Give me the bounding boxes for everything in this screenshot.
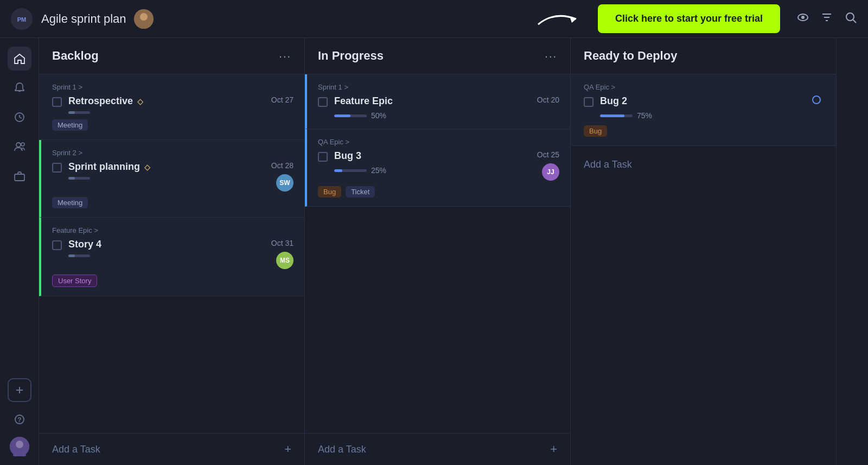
progress-bar-fill <box>68 177 75 180</box>
task-card-feature-epic: Sprint 1 > Feature Epic 50% <box>305 74 570 129</box>
svg-point-16 <box>16 143 21 147</box>
progress-bar-fill <box>334 169 342 172</box>
task-card-sprint-planning: Sprint 2 > Sprint planning ◇ <box>39 140 304 218</box>
task-card-bug3: QA Epic > Bug 3 25% <box>305 129 570 207</box>
task-row: Bug 2 75% <box>584 95 825 120</box>
task-info: Retrospective ◇ <box>68 95 265 114</box>
svg-text:?: ? <box>17 416 21 424</box>
column-body-in-progress: Sprint 1 > Feature Epic 50% <box>305 74 570 433</box>
task-title: Story 4 <box>68 239 265 250</box>
sidebar-item-users[interactable] <box>8 135 31 158</box>
task-date: Oct 25 <box>537 150 559 159</box>
task-row: Bug 3 25% Oct 25 JJ <box>318 150 559 181</box>
main-layout: ? Backlog ··· Sprint 1 > <box>0 38 868 465</box>
task-checkbox[interactable] <box>52 97 62 107</box>
progress-bar-fill <box>68 254 75 257</box>
add-task-ready-inline[interactable]: Add a Task <box>571 146 836 183</box>
tag-bug[interactable]: Bug <box>318 186 341 198</box>
task-meta: Sprint 1 > <box>52 83 293 91</box>
sidebar-user-avatar[interactable] <box>10 437 29 456</box>
topbar-icons <box>796 11 857 27</box>
task-info: Story 4 <box>68 239 265 257</box>
sidebar-item-home[interactable] <box>8 47 31 71</box>
task-checkbox[interactable] <box>52 163 62 173</box>
svg-point-26 <box>813 96 820 104</box>
tag-ticket[interactable]: Ticket <box>346 186 375 198</box>
task-card-story4: Feature Epic > Story 4 <box>39 218 304 296</box>
task-card-bug2: QA Epic > Bug 2 75% <box>571 74 836 146</box>
task-title: Feature Epic <box>334 95 531 107</box>
column-body-backlog: Sprint 1 > Retrospective ◇ <box>39 74 304 433</box>
trial-button[interactable]: Click here to start your free trial <box>598 4 780 33</box>
topbar: PM Agile sprint plan Click here to start… <box>0 0 868 38</box>
add-task-backlog[interactable]: Add a Task + <box>39 433 304 465</box>
svg-point-3 <box>140 13 148 21</box>
svg-point-17 <box>21 143 24 146</box>
tag-bug[interactable]: Bug <box>584 125 607 137</box>
mini-progress <box>68 177 265 180</box>
filter-icon[interactable] <box>820 11 833 27</box>
task-progress-row: 50% <box>334 111 531 120</box>
task-meta: Feature Epic > <box>52 226 293 234</box>
task-info: Bug 2 75% <box>600 95 806 120</box>
progress-bar-bg <box>334 114 367 117</box>
task-progress-row: 75% <box>600 111 806 120</box>
mini-progress <box>68 111 265 114</box>
sidebar-item-help[interactable]: ? <box>8 407 31 431</box>
task-title: Sprint planning ◇ <box>68 161 265 173</box>
task-info: Feature Epic 50% <box>334 95 531 120</box>
task-card-retrospective: Sprint 1 > Retrospective ◇ <box>39 74 304 140</box>
progress-text: 50% <box>371 111 386 120</box>
plus-icon: + <box>550 442 557 456</box>
sidebar-item-briefcase[interactable] <box>8 164 31 188</box>
search-icon[interactable] <box>844 11 857 27</box>
mini-progress <box>68 254 265 257</box>
tag-meeting[interactable]: Meeting <box>52 197 88 208</box>
task-meta: QA Epic > <box>318 138 559 146</box>
tag-user-story[interactable]: User Story <box>52 275 97 287</box>
pm-logo[interactable]: PM <box>11 8 33 30</box>
sidebar-item-notifications[interactable] <box>8 76 31 100</box>
tag-meeting[interactable]: Meeting <box>52 119 88 131</box>
task-checkbox[interactable] <box>318 152 328 162</box>
task-date: Oct 20 <box>537 95 559 104</box>
column-header-in-progress: In Progress ··· <box>305 38 570 74</box>
task-tags: Bug Ticket <box>318 186 559 198</box>
progress-bar-bg <box>334 169 367 172</box>
status-dot <box>812 95 821 104</box>
column-header-ready: Ready to Deploy <box>571 38 836 74</box>
task-tags: Meeting <box>52 197 293 208</box>
task-date: Oct 31 <box>271 239 293 247</box>
sidebar-item-clock[interactable] <box>8 105 31 129</box>
column-title-backlog: Backlog <box>52 49 99 63</box>
task-tags: Meeting <box>52 119 293 131</box>
sidebar-item-add[interactable] <box>8 378 31 402</box>
task-meta: QA Epic > <box>584 83 825 91</box>
task-row: Feature Epic 50% Oct 20 <box>318 95 559 120</box>
svg-point-11 <box>846 13 854 21</box>
plus-icon: + <box>284 442 291 456</box>
task-checkbox[interactable] <box>318 97 328 107</box>
task-date: Oct 27 <box>271 95 293 104</box>
diamond-icon: ◇ <box>144 163 150 171</box>
add-task-in-progress[interactable]: Add a Task + <box>305 433 570 465</box>
task-avatar-jj: JJ <box>542 163 559 181</box>
column-body-ready: QA Epic > Bug 2 75% <box>571 74 836 465</box>
user-avatar[interactable] <box>134 9 154 29</box>
column-more-in-progress[interactable]: ··· <box>545 50 557 62</box>
task-checkbox[interactable] <box>52 240 62 250</box>
progress-text: 25% <box>371 166 386 175</box>
svg-point-7 <box>801 16 805 19</box>
progress-bar-bg <box>68 111 90 114</box>
progress-bar-fill <box>334 114 350 117</box>
column-title-in-progress: In Progress <box>318 49 384 63</box>
column-more-backlog[interactable]: ··· <box>279 50 291 62</box>
board-area: Backlog ··· Sprint 1 > Retrospective ◇ <box>39 38 868 465</box>
eye-icon[interactable] <box>796 11 809 27</box>
column-header-backlog: Backlog ··· <box>39 38 304 74</box>
task-avatar-ms: MS <box>276 252 293 269</box>
task-progress-row: 25% <box>334 166 531 175</box>
task-meta: Sprint 2 > <box>52 149 293 157</box>
task-checkbox[interactable] <box>584 97 593 107</box>
column-backlog: Backlog ··· Sprint 1 > Retrospective ◇ <box>39 38 305 465</box>
